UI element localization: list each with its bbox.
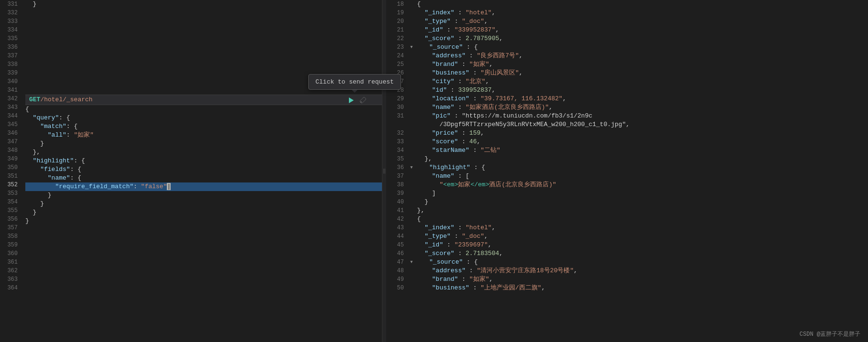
line-number: 361 <box>0 258 18 267</box>
line-number: 343 <box>0 103 18 112</box>
line-number: 344 <box>0 112 18 120</box>
code-line: } <box>25 139 382 148</box>
result-line-number: 39 <box>386 189 404 198</box>
result-line-number: 21 <box>386 26 404 34</box>
result-line: "_score" : 2.7183504, <box>410 249 868 258</box>
line-number: 350 <box>0 163 18 172</box>
result-line: "_id" : "339952837", <box>410 26 868 34</box>
code-line: } <box>25 191 382 200</box>
line-number: 356 <box>0 215 18 224</box>
result-line-number: 30 <box>386 103 404 112</box>
result-content: { "_index" : "hotel", "_type" : "_doc", … <box>408 0 868 342</box>
result-line-number: 19 <box>386 9 404 17</box>
left-line-numbers: 3313323333343353363373383393403413423433… <box>0 0 22 294</box>
result-line: ▾ "_source" : { <box>410 43 868 52</box>
result-line-number: 41 <box>386 206 404 215</box>
code-line <box>25 17 382 26</box>
result-line-number: 22 <box>386 34 404 43</box>
line-number: 363 <box>0 275 18 284</box>
tooltip-wrapper: Click to send request <box>308 74 401 90</box>
result-line-number: 31 <box>386 112 404 120</box>
line-number: 347 <box>0 138 18 146</box>
right-line-numbers: 1819202122232425262728293031323334353637… <box>386 0 408 342</box>
line-number: 349 <box>0 155 18 163</box>
result-line-number: 45 <box>386 241 404 249</box>
tooltip-text: Click to send request <box>315 78 394 86</box>
code-line <box>25 26 382 34</box>
fold-icon[interactable]: ▾ <box>410 258 413 266</box>
line-number: 332 <box>0 9 18 17</box>
code-line: "require_field_match": "false"| <box>25 182 382 191</box>
send-icons <box>347 96 368 105</box>
code-line <box>25 60 382 69</box>
line-number: 336 <box>0 43 18 52</box>
code-line <box>25 43 382 52</box>
code-line: { <box>25 105 382 114</box>
line-number: 359 <box>0 241 18 249</box>
line-number: 358 <box>0 232 18 241</box>
result-line-number: 38 <box>386 181 404 189</box>
url-path: /hotel/_search <box>40 96 92 104</box>
code-line <box>25 52 382 60</box>
result-line-number: 23 <box>386 43 404 52</box>
code-line <box>25 243 382 251</box>
fold-icon[interactable]: ▾ <box>410 43 413 51</box>
result-line: "business" : "房山风景区", <box>410 69 868 77</box>
tooltip: Click to send request <box>308 74 401 90</box>
result-line: "score" : 46, <box>410 138 868 146</box>
code-line: "name": { <box>25 174 382 182</box>
result-line: "name" : [ <box>410 172 868 181</box>
code-line: } <box>25 200 382 208</box>
line-number: 339 <box>0 69 18 77</box>
result-line: "address" : "良乡西路7号", <box>410 52 868 60</box>
result-line: "_index" : "hotel", <box>410 224 868 232</box>
code-line <box>25 277 382 286</box>
result-line-number: 36 <box>386 163 404 172</box>
result-line: }, <box>410 206 868 215</box>
result-line-number: 44 <box>386 232 404 241</box>
code-line: } <box>25 208 382 217</box>
svg-point-1 <box>361 102 362 103</box>
result-line-number: 40 <box>386 198 404 206</box>
result-line-number <box>386 120 404 129</box>
result-line-number: 49 <box>386 275 404 284</box>
code-line: "match": { <box>25 122 382 131</box>
code-line <box>25 260 382 268</box>
result-line-number: 34 <box>386 146 404 155</box>
code-line <box>25 225 382 234</box>
result-line: "id" : 339952837, <box>410 86 868 95</box>
result-line-number: 20 <box>386 17 404 26</box>
result-line-number: 24 <box>386 52 404 60</box>
code-line <box>25 286 382 294</box>
result-line: "_type" : "_doc", <box>410 17 868 26</box>
code-line: "all": "如家" <box>25 131 382 139</box>
result-line: "location" : "39.73167, 116.132482", <box>410 95 868 103</box>
line-number: 335 <box>0 34 18 43</box>
result-line: ] <box>410 189 868 198</box>
result-line-number: 29 <box>386 95 404 103</box>
line-number: 351 <box>0 172 18 181</box>
send-request-button[interactable] <box>347 96 356 105</box>
result-line: "price" : 159, <box>410 129 868 138</box>
line-number: 338 <box>0 60 18 69</box>
line-number: 357 <box>0 224 18 232</box>
code-line <box>25 268 382 277</box>
panel-divider[interactable]: ‖ <box>382 0 386 342</box>
code-line: } <box>25 0 382 9</box>
result-line-number: 35 <box>386 155 404 163</box>
code-content[interactable]: }GET /hotel/_search{ "query": { "match":… <box>22 0 382 294</box>
result-line: "address" : "清河小营安宁庄东路18号20号楼", <box>410 267 868 275</box>
line-number: 333 <box>0 17 18 26</box>
result-line: "_index" : "hotel", <box>410 9 868 17</box>
result-line: "_type" : "_doc", <box>410 232 868 241</box>
line-number: 334 <box>0 26 18 34</box>
result-line: "business" : "上地产业园/西二旗", <box>410 284 868 292</box>
result-line: } <box>410 198 868 206</box>
result-line: "<em>如家</em>酒店(北京良乡西路店)" <box>410 181 868 189</box>
line-number: 331 <box>0 0 18 9</box>
fold-icon[interactable]: ▾ <box>410 164 413 171</box>
line-number: 341 <box>0 86 18 95</box>
line-number: 342 <box>0 95 18 103</box>
result-line-number: 46 <box>386 249 404 258</box>
wrench-button[interactable] <box>358 96 368 105</box>
